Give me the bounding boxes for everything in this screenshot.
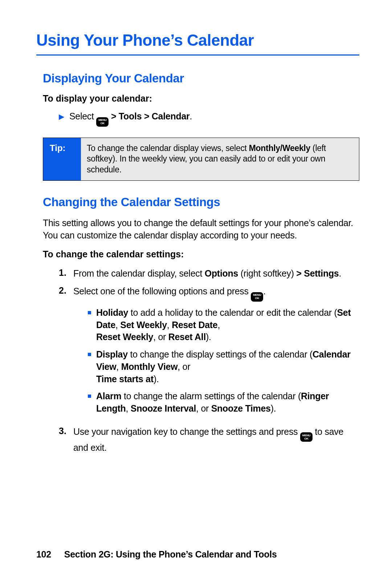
text: to change the display settings of the ca… [128, 349, 313, 359]
triangle-bullet-icon: ▶ [59, 112, 64, 127]
text-bold: Reset Date [172, 320, 217, 330]
ordered-steps: 1. From the calendar display, select Opt… [59, 268, 359, 454]
step-2: 2. Select one of the following options a… [59, 285, 359, 420]
text: ). [206, 332, 211, 342]
text: ). [154, 374, 159, 384]
text: To change the calendar display views, se… [87, 143, 249, 153]
option-alarm: Alarm to change the alarm settings of th… [88, 390, 359, 415]
text: , [126, 403, 131, 413]
square-bullet-icon [88, 395, 91, 398]
step-1: 1. From the calendar display, select Opt… [59, 268, 359, 280]
text-bold: > Settings [296, 268, 339, 278]
step-number: 1. [59, 268, 73, 280]
option-display: Display to change the display settings o… [88, 348, 359, 385]
text: , [167, 320, 172, 330]
text: Select one of the following options and … [73, 286, 251, 296]
page-title: Using Your Phone’s Calendar [36, 31, 359, 56]
text: Select [69, 111, 96, 121]
text: . [189, 111, 192, 121]
step-body: From the calendar display, select Option… [73, 268, 341, 280]
menu-ok-key-icon: MENUOK [300, 432, 313, 442]
step-number: 3. [59, 426, 73, 454]
section-heading-changing: Changing the Calendar Settings [43, 195, 359, 209]
text-bold: Monthly View [121, 362, 178, 372]
tip-box: Tip: To change the calendar display view… [43, 138, 359, 181]
section-heading-displaying: Displaying Your Calendar [43, 72, 359, 85]
step-3: 3. Use your navigation key to change the… [59, 426, 359, 454]
text: , or [177, 362, 190, 372]
text: , or [196, 403, 211, 413]
step-body: Use your navigation key to change the se… [73, 426, 359, 454]
tip-body: To change the calendar display views, se… [81, 138, 359, 181]
text-bold: Set Weekly [120, 320, 167, 330]
text: . [339, 268, 341, 278]
text: Use your navigation key to change the se… [73, 426, 300, 437]
square-bullet-icon [88, 353, 91, 356]
step-body: Select one of the following options and … [73, 285, 359, 420]
text: , or [153, 332, 168, 342]
text-bold: Reset Weekly [96, 332, 153, 342]
option-body: Display to change the display settings o… [96, 348, 359, 385]
step-display-calendar: ▶ Select MENUOK > Tools > Calendar. [59, 110, 359, 127]
sub-options: Holiday to add a holiday to the calendar… [73, 307, 359, 415]
text-bold: Snooze Interval [131, 403, 196, 413]
text: (right softkey) [238, 268, 296, 278]
lead-change-settings: To change the calendar settings: [43, 249, 359, 260]
text: , [115, 320, 120, 330]
step-body: Select MENUOK > Tools > Calendar. [69, 110, 192, 127]
step-number: 2. [59, 285, 73, 420]
square-bullet-icon [88, 311, 91, 314]
text-bold: Tools > Calendar [119, 111, 189, 121]
text: , [217, 320, 220, 330]
page-content: Using Your Phone’s Calendar Displaying Y… [0, 0, 392, 454]
text-bold: Display [96, 349, 128, 359]
text: to change the alarm settings of the cale… [121, 391, 301, 401]
option-holiday: Holiday to add a holiday to the calendar… [88, 307, 359, 343]
page-footer: 102Section 2G: Using the Phone’s Calenda… [36, 549, 277, 560]
text-bold: Reset All [168, 332, 206, 342]
section-paragraph: This setting allows you to change the de… [43, 217, 359, 242]
lead-display-calendar: To display your calendar: [43, 93, 359, 104]
menu-ok-key-icon: MENUOK [251, 292, 263, 302]
text: ). [271, 403, 276, 413]
text-bold: Time starts at [96, 374, 154, 384]
text-bold: Monthly/Weekly [249, 143, 310, 153]
text: , [116, 362, 121, 372]
option-body: Alarm to change the alarm settings of th… [96, 390, 359, 415]
menu-ok-key-icon: MENUOK [96, 117, 109, 127]
text: From the calendar display, select [73, 268, 205, 278]
text-bold: Alarm [96, 391, 121, 401]
option-body: Holiday to add a holiday to the calendar… [96, 307, 359, 343]
section-label: Section 2G: Using the Phone’s Calendar a… [64, 549, 277, 559]
text-bold: Holiday [96, 307, 128, 318]
page-number: 102 [36, 549, 51, 559]
text-bold: Snooze Times [211, 403, 271, 413]
text-bold: Options [205, 268, 238, 278]
text: to add a holiday to the calendar or edit… [128, 307, 337, 318]
text: . [263, 286, 266, 296]
text-bold: > [109, 111, 119, 121]
tip-label: Tip: [43, 138, 81, 181]
